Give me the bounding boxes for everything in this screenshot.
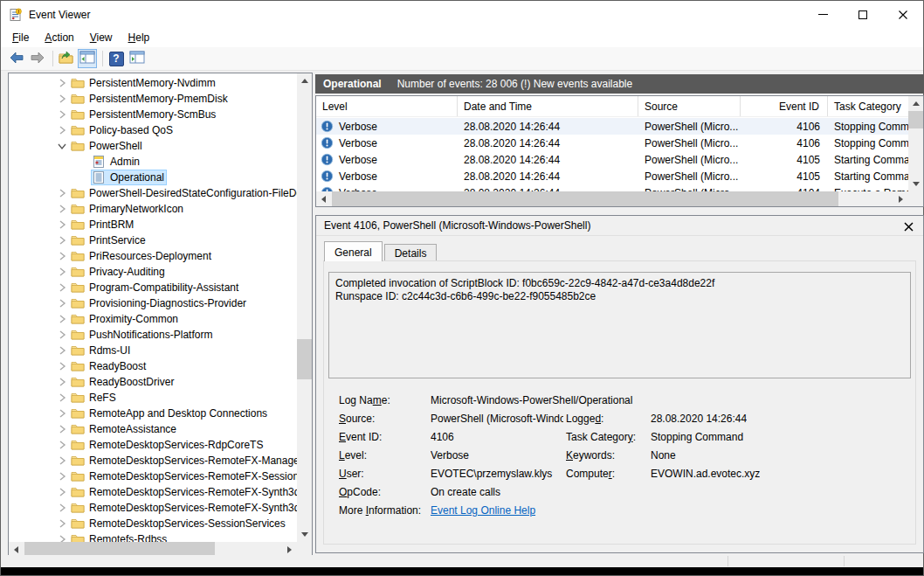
chevron-icon[interactable] bbox=[54, 138, 70, 154]
tree-item[interactable]: PriResources-Deployment bbox=[9, 248, 297, 264]
tree-item[interactable]: Remotefs-Rdbss bbox=[9, 531, 297, 542]
close-button[interactable] bbox=[883, 1, 923, 28]
forward-button[interactable] bbox=[28, 49, 47, 68]
details-close-button[interactable] bbox=[901, 219, 915, 233]
tree-item[interactable]: PrintService bbox=[9, 232, 297, 248]
scroll-down-button[interactable] bbox=[297, 527, 312, 542]
tree-vscroll-thumb[interactable] bbox=[297, 339, 312, 379]
log-icon bbox=[92, 170, 106, 184]
tree-item[interactable]: PersistentMemory-Nvdimm bbox=[9, 75, 297, 91]
tree-item[interactable]: RemoteDesktopServices-RemoteFX-Manager bbox=[9, 453, 297, 468]
tree-item[interactable]: RemoteAssistance bbox=[9, 421, 297, 437]
event-row[interactable]: Verbose 28.08.2020 14:26:44 PowerShell (… bbox=[316, 118, 908, 135]
scroll-down-button[interactable] bbox=[908, 177, 923, 191]
scroll-right-button[interactable] bbox=[893, 191, 908, 206]
scroll-up-button[interactable] bbox=[908, 96, 923, 111]
menu-file[interactable]: File bbox=[4, 28, 37, 47]
chevron-icon[interactable] bbox=[54, 358, 70, 374]
event-row[interactable]: Verbose 28.08.2020 14:26:44 PowerShell (… bbox=[316, 184, 908, 191]
tree-item[interactable]: PrintBRM bbox=[9, 217, 297, 232]
tree-item[interactable]: ReadyBoost bbox=[9, 358, 297, 374]
menu-action[interactable]: Action bbox=[37, 28, 81, 47]
chevron-icon[interactable] bbox=[54, 406, 70, 421]
events-vertical-scrollbar[interactable] bbox=[908, 96, 923, 191]
chevron-icon[interactable] bbox=[54, 232, 70, 248]
chevron-icon[interactable] bbox=[54, 91, 70, 107]
menu-help[interactable]: Help bbox=[121, 28, 158, 47]
show-action-pane-button[interactable] bbox=[128, 49, 147, 68]
column-header-source[interactable]: Source bbox=[638, 96, 741, 116]
event-log-online-help-link[interactable]: Event Log Online Help bbox=[431, 504, 563, 517]
chevron-icon[interactable] bbox=[54, 500, 70, 516]
tree-item[interactable]: PushNotifications-Platform bbox=[9, 327, 297, 343]
tree-item[interactable]: Provisioning-Diagnostics-Provider bbox=[9, 295, 297, 311]
chevron-icon[interactable] bbox=[54, 201, 70, 217]
event-row[interactable]: Verbose 28.08.2020 14:26:44 PowerShell (… bbox=[316, 135, 908, 151]
chevron-icon[interactable] bbox=[54, 421, 70, 437]
events-vscroll-thumb[interactable] bbox=[908, 111, 923, 128]
chevron-icon[interactable] bbox=[54, 484, 70, 500]
tree-item[interactable]: PersistentMemory-ScmBus bbox=[9, 107, 297, 122]
chevron-icon[interactable] bbox=[54, 122, 70, 138]
column-header-level[interactable]: Level bbox=[316, 96, 458, 116]
chevron-icon[interactable] bbox=[54, 453, 70, 468]
tree-item[interactable]: Operational bbox=[9, 170, 297, 185]
tree-item[interactable]: RemoteDesktopServices-SessionServices bbox=[9, 516, 297, 531]
scroll-left-button[interactable] bbox=[316, 191, 331, 206]
export-button[interactable] bbox=[57, 49, 76, 68]
chevron-icon[interactable] bbox=[54, 531, 70, 542]
chevron-icon[interactable] bbox=[54, 248, 70, 264]
chevron-icon[interactable] bbox=[54, 295, 70, 311]
tree-item[interactable]: Program-Compatibility-Assistant bbox=[9, 280, 297, 295]
show-console-tree-button[interactable] bbox=[78, 49, 97, 68]
minimize-button[interactable] bbox=[803, 1, 843, 28]
chevron-icon[interactable] bbox=[54, 437, 70, 453]
tree-item[interactable]: Policy-based QoS bbox=[9, 122, 297, 138]
event-row[interactable]: Verbose 28.08.2020 14:26:44 PowerShell (… bbox=[316, 151, 908, 168]
column-header-date-and-time[interactable]: Date and Time bbox=[458, 96, 638, 116]
chevron-icon[interactable] bbox=[54, 311, 70, 327]
chevron-icon[interactable] bbox=[54, 374, 70, 390]
tree-item[interactable]: ReFS bbox=[9, 390, 297, 406]
chevron-icon[interactable] bbox=[54, 185, 70, 201]
tree-item[interactable]: Privacy-Auditing bbox=[9, 264, 297, 280]
tree-item[interactable]: RemoteDesktopServices-RdpCoreTS bbox=[9, 437, 297, 453]
tab-general[interactable]: General bbox=[324, 241, 383, 261]
back-button[interactable] bbox=[7, 49, 26, 68]
column-header-event-id[interactable]: Event ID bbox=[741, 96, 828, 116]
chevron-icon[interactable] bbox=[54, 516, 70, 531]
chevron-icon[interactable] bbox=[54, 217, 70, 232]
tree-item[interactable]: RemoteDesktopServices-RemoteFX-Synth3dvs… bbox=[9, 500, 297, 516]
chevron-icon[interactable] bbox=[54, 343, 70, 358]
tree-item[interactable]: Admin bbox=[9, 154, 297, 170]
chevron-icon[interactable] bbox=[54, 107, 70, 122]
chevron-icon[interactable] bbox=[54, 75, 70, 91]
tree-item[interactable]: PrimaryNetworkIcon bbox=[9, 201, 297, 217]
menu-view[interactable]: View bbox=[82, 28, 121, 47]
column-header-task-category[interactable]: Task Category bbox=[828, 96, 908, 116]
tree-vertical-scrollbar[interactable] bbox=[297, 73, 312, 542]
maximize-button[interactable] bbox=[843, 1, 883, 28]
tree-item[interactable]: PowerShell-DesiredStateConfiguration-Fil… bbox=[9, 185, 297, 201]
tree-item-label: RemoteApp and Desktop Connections bbox=[89, 407, 267, 420]
tree-item[interactable]: RemoteDesktopServices-RemoteFX-SessionLi… bbox=[9, 468, 297, 484]
tree-item[interactable]: RemoteApp and Desktop Connections bbox=[9, 406, 297, 421]
events-hscroll-thumb[interactable] bbox=[332, 191, 838, 206]
chevron-icon[interactable] bbox=[54, 468, 70, 484]
chevron-icon[interactable] bbox=[54, 280, 70, 295]
tree-item[interactable]: Proximity-Common bbox=[9, 311, 297, 327]
tree-item[interactable]: ReadyBoostDriver bbox=[9, 374, 297, 390]
tree-item[interactable]: RemoteDesktopServices-RemoteFX-Synth3dvs… bbox=[9, 484, 297, 500]
tree-item[interactable]: Rdms-UI bbox=[9, 343, 297, 358]
event-description-box[interactable]: Completed invocation of ScriptBlock ID: … bbox=[328, 272, 911, 378]
chevron-icon[interactable] bbox=[54, 327, 70, 343]
events-horizontal-scrollbar[interactable] bbox=[316, 191, 908, 206]
tree-item[interactable]: PowerShell bbox=[9, 138, 297, 154]
chevron-icon[interactable] bbox=[54, 390, 70, 406]
scroll-up-button[interactable] bbox=[297, 73, 312, 88]
event-row[interactable]: Verbose 28.08.2020 14:26:44 PowerShell (… bbox=[316, 168, 908, 184]
chevron-icon[interactable] bbox=[54, 264, 70, 280]
help-button[interactable]: ? bbox=[107, 49, 126, 68]
tree-item[interactable]: PersistentMemory-PmemDisk bbox=[9, 91, 297, 107]
tab-details[interactable]: Details bbox=[384, 244, 438, 261]
